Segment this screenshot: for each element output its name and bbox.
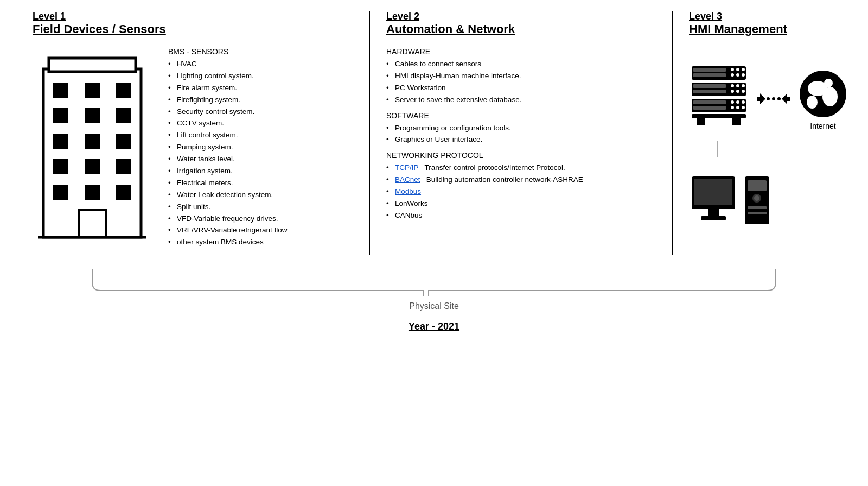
svg-point-51 xyxy=(767,97,770,100)
list-item: PC Workstation xyxy=(386,83,661,93)
svg-rect-4 xyxy=(116,83,131,98)
networking-list: TCP/IP– Transfer control protocols/Inter… xyxy=(386,163,661,220)
year-label: Year - 2021 xyxy=(409,321,459,332)
svg-rect-14 xyxy=(53,185,68,200)
list-item: VRF/VRV-Variable refrigerant flow xyxy=(168,225,358,236)
hardware-section: HARDWARE Cables to connect sensorsHMI di… xyxy=(386,47,661,107)
network-arrow-icon xyxy=(757,88,790,111)
svg-rect-1 xyxy=(49,58,136,72)
list-item: Lighting control system. xyxy=(168,71,358,81)
physical-site-section: Physical Site Year - 2021 xyxy=(22,266,846,332)
svg-rect-16 xyxy=(116,185,131,200)
list-item: Pumping system. xyxy=(168,142,358,153)
bracket-svg xyxy=(81,266,787,296)
level2-header: Level 2 Automation & Network xyxy=(386,11,661,36)
list-item: Irrigation system. xyxy=(168,166,358,176)
svg-marker-49 xyxy=(757,93,765,104)
svg-rect-5 xyxy=(53,108,68,123)
list-item: Water tanks level. xyxy=(168,154,358,165)
list-item[interactable]: BACnet– Building automation controller n… xyxy=(386,175,661,185)
svg-point-52 xyxy=(772,97,775,100)
svg-point-31 xyxy=(731,84,734,87)
network-protocol-link[interactable]: TCP/IP xyxy=(395,163,419,172)
svg-point-40 xyxy=(731,100,734,104)
list-item: Security control system. xyxy=(168,107,358,117)
svg-point-36 xyxy=(742,90,745,93)
internet-section: Internet xyxy=(799,70,847,130)
svg-rect-46 xyxy=(692,114,746,118)
list-item: Firefighting system. xyxy=(168,95,358,105)
monitor-icon xyxy=(689,174,738,228)
list-item: Split units. xyxy=(168,202,358,212)
list-item[interactable]: Modbus xyxy=(386,187,661,197)
svg-rect-61 xyxy=(694,179,732,205)
internet-label: Internet xyxy=(810,122,835,130)
svg-point-32 xyxy=(736,84,739,87)
svg-rect-8 xyxy=(53,134,68,149)
server-rack-icon xyxy=(689,64,749,136)
svg-point-22 xyxy=(731,68,734,71)
svg-rect-38 xyxy=(693,100,726,104)
svg-point-25 xyxy=(731,73,734,77)
svg-point-43 xyxy=(731,106,734,109)
level2-number: Level 2 xyxy=(386,11,661,22)
physical-site-label: Physical Site xyxy=(409,301,459,311)
list-item: Fire alarm system. xyxy=(168,83,358,93)
level3-number: Level 3 xyxy=(689,11,847,22)
bms-items-list: HVACLighting control system.Fire alarm s… xyxy=(168,59,358,248)
svg-rect-48 xyxy=(732,118,741,125)
list-item: CCTV system. xyxy=(168,118,358,129)
hardware-title: HARDWARE xyxy=(386,47,661,56)
building-illustration xyxy=(33,47,157,255)
svg-point-67 xyxy=(754,195,760,201)
svg-rect-12 xyxy=(85,159,100,174)
svg-point-24 xyxy=(742,68,745,71)
list-item: Programming or configuration tools. xyxy=(386,123,661,134)
svg-rect-9 xyxy=(85,134,100,149)
svg-rect-17 xyxy=(79,210,106,237)
svg-point-45 xyxy=(742,106,745,109)
list-item: Graphics or User interface. xyxy=(386,135,661,145)
svg-rect-2 xyxy=(53,83,68,98)
list-item: Lift control system. xyxy=(168,130,358,141)
level1-number: Level 1 xyxy=(33,11,358,22)
level2-title: Automation & Network xyxy=(386,22,661,36)
level3-title: HMI Management xyxy=(689,22,847,36)
list-item: CANbus xyxy=(386,211,661,221)
svg-rect-7 xyxy=(116,108,131,123)
level2-column: Level 2 Automation & Network HARDWARE Ca… xyxy=(369,11,673,255)
svg-point-33 xyxy=(742,84,745,87)
svg-point-57 xyxy=(807,96,818,109)
svg-point-34 xyxy=(731,90,734,93)
bms-section-title: BMS - SENSORS xyxy=(168,47,358,56)
svg-rect-47 xyxy=(697,118,705,125)
level3-content: Internet xyxy=(689,47,847,228)
networking-section: NETWORKING PROTOCOL TCP/IP– Transfer con… xyxy=(386,151,661,222)
network-protocol-link[interactable]: BACnet xyxy=(395,175,420,184)
svg-point-56 xyxy=(822,87,838,106)
software-section: SOFTWARE Programming or configuration to… xyxy=(386,111,661,147)
svg-point-58 xyxy=(824,79,833,87)
bms-list: BMS - SENSORS HVACLighting control syste… xyxy=(168,47,358,249)
svg-rect-62 xyxy=(708,209,719,217)
svg-rect-15 xyxy=(85,185,100,200)
svg-marker-50 xyxy=(782,93,790,104)
svg-rect-69 xyxy=(748,212,767,214)
svg-rect-6 xyxy=(85,108,100,123)
list-item[interactable]: TCP/IP– Transfer control protocols/Inter… xyxy=(386,163,661,173)
networking-title: NETWORKING PROTOCOL xyxy=(386,151,661,160)
list-item: VFD-Variable frequency drives. xyxy=(168,214,358,224)
svg-rect-3 xyxy=(85,83,100,98)
svg-point-42 xyxy=(742,100,745,104)
svg-rect-29 xyxy=(693,84,726,88)
network-protocol-link[interactable]: Modbus xyxy=(395,187,421,195)
computer-row xyxy=(689,174,772,228)
software-title: SOFTWARE xyxy=(386,111,661,120)
svg-point-53 xyxy=(777,97,781,100)
svg-point-26 xyxy=(736,73,739,77)
level3-header: Level 3 HMI Management xyxy=(689,11,847,36)
list-item: Server to save the extensive database. xyxy=(386,95,661,105)
list-item: HMI display-Human machine interface. xyxy=(386,71,661,81)
list-item: LonWorks xyxy=(386,199,661,209)
level1-column: Level 1 Field Devices / Sensors xyxy=(22,11,369,255)
